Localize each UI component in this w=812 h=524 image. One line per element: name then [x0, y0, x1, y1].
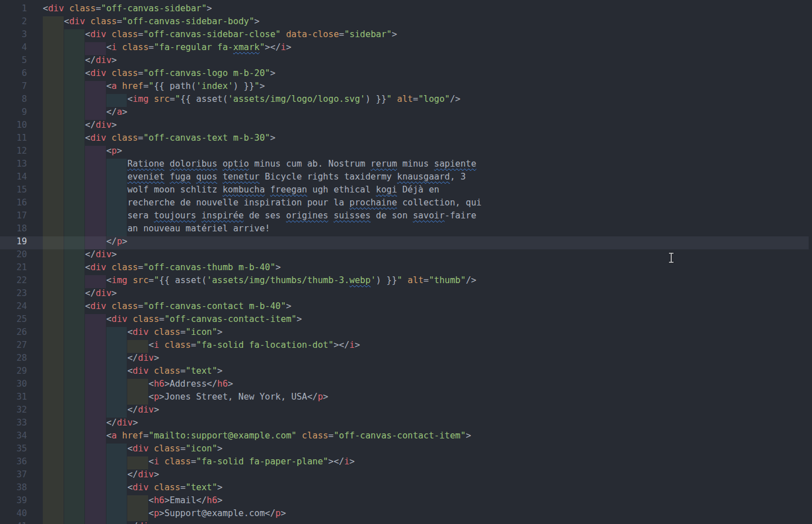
line-number[interactable]: 6 [0, 68, 43, 81]
code-line-content[interactable]: <a href="mailto:support@example.com" cla… [43, 431, 809, 444]
line-number[interactable]: 19 [0, 236, 43, 249]
code-line-content[interactable]: </div> [43, 288, 809, 301]
line-number[interactable]: 27 [0, 340, 43, 353]
code-line-content[interactable]: eveniet fuga quos tenetur Bicycle rights… [43, 172, 809, 185]
code-line-content[interactable]: <p>Support@example.com</p> [43, 508, 809, 521]
code-line-content[interactable]: sera toujours inspirée de ses origines s… [43, 211, 809, 223]
line-number[interactable]: 40 [0, 508, 43, 521]
code-token: = [169, 94, 175, 104]
code-token: sera [127, 211, 154, 221]
code-line-content[interactable]: <div class="off-canvas-thumb m-b-40"> [43, 262, 809, 275]
line-number[interactable]: 23 [0, 288, 43, 301]
code-line-content[interactable]: </p> [43, 236, 809, 249]
line-number[interactable]: 29 [0, 366, 43, 379]
line-number[interactable]: 22 [0, 275, 43, 288]
line-number[interactable]: 2 [0, 16, 43, 29]
code-line-content[interactable]: <div class="off-canvas-text m-b-30"> [43, 133, 809, 146]
code-line-content[interactable]: </div> [43, 249, 809, 262]
line-number[interactable]: 18 [0, 223, 43, 236]
line-number[interactable]: 39 [0, 495, 43, 508]
line-number[interactable]: 26 [0, 327, 43, 340]
code-token: = [191, 340, 196, 350]
code-line-content[interactable]: <p>Jones Street, New York, USA</p> [43, 392, 809, 405]
code-token: </ [127, 521, 138, 524]
line-number[interactable]: 17 [0, 211, 43, 223]
code-line-content[interactable]: <i class="fa-regular fa-xmark"></i> [43, 42, 809, 55]
code-line-content[interactable]: </div> [43, 469, 809, 482]
code-line-content[interactable]: wolf moon schlitz kombucha freegan ugh e… [43, 185, 809, 198]
code-token: < [85, 68, 90, 78]
line-number[interactable]: 41 [0, 521, 43, 524]
code-line-content[interactable]: <div class="icon"> [43, 444, 809, 456]
code-line-content[interactable]: <div class="off-canvas-sidebar-close" da… [43, 29, 809, 42]
code-line-content[interactable]: <div class="off-canvas-sidebar-body"> [43, 16, 809, 29]
code-line: 17 sera toujours inspirée de ses origine… [0, 211, 809, 223]
code-token: "off-canvas-text m-b-30" [143, 133, 270, 143]
code-line-content[interactable]: <img src="{{ asset('assets/img/thumbs/th… [43, 275, 809, 288]
line-number[interactable]: 36 [0, 456, 43, 469]
code-line-content[interactable]: </div> [43, 353, 809, 366]
code-line-content[interactable]: <i class="fa-solid fa-paper-plane"></i> [43, 456, 809, 469]
code-token: div [133, 366, 149, 376]
code-line-content[interactable]: <h6>Email</h6> [43, 495, 809, 508]
code-line-content[interactable]: <i class="fa-solid fa-location-dot"></i> [43, 340, 809, 353]
line-number[interactable]: 30 [0, 379, 43, 392]
code-line-content[interactable]: an nouveau matériel arrive! [43, 223, 809, 236]
line-number[interactable]: 35 [0, 444, 43, 456]
line-number[interactable]: 31 [0, 392, 43, 405]
code-line-content[interactable]: <div class="off-canvas-contact-item"> [43, 314, 809, 327]
code-line-content[interactable]: <div class="off-canvas-contact m-b-40"> [43, 301, 809, 314]
line-number[interactable]: 1 [0, 3, 43, 16]
line-number[interactable]: 34 [0, 431, 43, 444]
line-number[interactable]: 37 [0, 469, 43, 482]
code-token: > [217, 444, 222, 454]
line-number[interactable]: 5 [0, 55, 43, 68]
line-number[interactable]: 13 [0, 159, 43, 172]
line-number[interactable]: 25 [0, 314, 43, 327]
code-line-content[interactable]: <div class="icon"> [43, 327, 809, 340]
line-number[interactable]: 21 [0, 262, 43, 275]
code-line-content[interactable]: </div> [43, 418, 809, 431]
code-line-content[interactable]: <p> [43, 146, 809, 159]
code-token [127, 275, 132, 285]
code-line-content[interactable]: recherche de nouvelle inspiration pour l… [43, 198, 809, 211]
code-line-content[interactable]: </div> [43, 55, 809, 68]
code-line-content[interactable]: </div> [43, 521, 809, 524]
line-number[interactable]: 20 [0, 249, 43, 262]
code-line: 4 <i class="fa-regular fa-xmark"></i> [0, 42, 809, 55]
line-number[interactable]: 3 [0, 29, 43, 42]
line-number[interactable]: 14 [0, 172, 43, 185]
line-number[interactable]: 15 [0, 185, 43, 198]
line-number[interactable]: 7 [0, 81, 43, 94]
code-line-content[interactable]: <a href="{{ path('index') }}"> [43, 81, 809, 94]
line-number[interactable]: 4 [0, 42, 43, 55]
code-line-content[interactable]: Ratione doloribus optio minus cum ab. No… [43, 159, 809, 172]
line-number[interactable]: 28 [0, 353, 43, 366]
code-line-content[interactable]: <img src="{{ asset('assets/img/logo/logo… [43, 94, 809, 107]
line-number[interactable]: 11 [0, 133, 43, 146]
code-token: "off-canvas-sidebar-body" [122, 16, 255, 26]
code-line-content[interactable]: <h6>Address</h6> [43, 379, 809, 392]
line-number[interactable]: 10 [0, 120, 43, 133]
line-number[interactable]: 12 [0, 146, 43, 159]
line-number[interactable]: 32 [0, 405, 43, 418]
code-token: < [106, 431, 111, 441]
code-token: href [122, 431, 144, 441]
line-number[interactable]: 8 [0, 94, 43, 107]
line-number[interactable]: 33 [0, 418, 43, 431]
code-line-content[interactable]: <div class="off-canvas-logo m-b-20"> [43, 68, 809, 81]
code-line-content[interactable]: </div> [43, 120, 809, 133]
code-line-content[interactable]: <div class="off-canvas-sidebar"> [43, 3, 809, 16]
line-number[interactable]: 9 [0, 107, 43, 120]
code-token: = [138, 262, 143, 272]
code-line-content[interactable]: <div class="text"> [43, 366, 809, 379]
line-number[interactable]: 38 [0, 482, 43, 495]
code-line-content[interactable]: </div> [43, 405, 809, 418]
code-token [106, 133, 111, 143]
line-number[interactable]: 24 [0, 301, 43, 314]
code-line-content[interactable]: </a> [43, 107, 809, 120]
code-token: > [297, 314, 302, 324]
line-number[interactable]: 16 [0, 198, 43, 211]
code-line-content[interactable]: <div class="text"> [43, 482, 809, 495]
code-token: < [106, 42, 111, 52]
